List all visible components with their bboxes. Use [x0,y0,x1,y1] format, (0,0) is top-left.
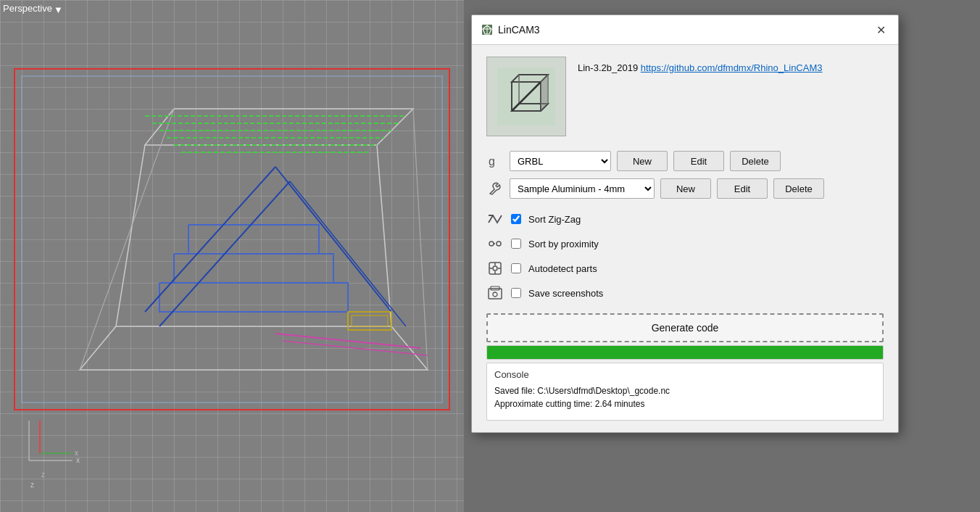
sort-zigzag-checkbox[interactable] [511,214,521,224]
autodetect-parts-checkbox[interactable] [511,263,521,273]
svg-point-47 [497,241,501,246]
lincam3-dialog: LinCAM3 ✕ [471,15,899,433]
svg-line-4 [116,145,145,326]
sort-proximity-label[interactable]: Sort by proximity [528,239,599,249]
svg-point-57 [493,292,497,297]
github-link[interactable]: https://github.com/dfmdmx/Rhino_LinCAM3 [641,62,823,73]
console-cutting-time: Approximate cutting time: 2.64 minutes [494,399,876,409]
svg-line-10 [275,167,391,312]
machine-new-button[interactable]: New [617,151,668,171]
dialog-body: Lin-3.2b_2019 https://github.com/dfmdmx/… [472,45,898,432]
autodetect-parts-row: Autodetect parts [486,260,884,277]
save-screenshots-checkbox[interactable] [511,288,521,298]
cad-viewport[interactable]: Perspective ▼ [0,0,464,512]
svg-point-50 [493,266,497,271]
checkboxes-section: Sort Zig-Zag Sort by proximity [486,210,884,302]
dialog-title-text: LinCAM3 [498,24,540,36]
sort-zigzag-label[interactable]: Sort Zig-Zag [528,214,581,225]
header-row: Lin-3.2b_2019 https://github.com/dfmdmx/… [486,57,884,136]
material-delete-button[interactable]: Delete [773,178,824,199]
svg-rect-21 [352,315,388,326]
save-screenshots-icon [486,284,504,302]
perspective-text: Perspective [3,3,52,14]
svg-marker-2 [80,326,428,370]
version-text: Lin-3.2b_2019 https://github.com/dfmdmx/… [578,62,822,73]
perspective-label[interactable]: Perspective ▼ [3,3,62,14]
machine-edit-button[interactable]: Edit [673,151,724,171]
save-screenshots-label[interactable]: Save screenshots [528,288,603,299]
material-new-button[interactable]: New [660,178,711,199]
logo-box [486,57,566,136]
machine-select[interactable]: GRBL [510,151,611,171]
close-button[interactable]: ✕ [872,21,889,38]
material-icon [486,180,504,197]
svg-marker-3 [145,109,413,145]
generate-code-button[interactable]: Generate code [486,313,884,342]
lincam3-icon [481,23,494,36]
dialog-title-area: LinCAM3 [481,23,540,36]
console-saved-file: Saved file: C:\Users\dfmd\Desktop\_gcode… [494,386,876,396]
svg-rect-1 [22,76,442,402]
material-config-row: Sample Aluminium - 4mm New Edit Delete [486,178,884,199]
svg-line-7 [413,109,428,370]
console-label: Console [494,369,876,380]
svg-text:x: x [76,456,80,464]
svg-rect-20 [348,312,391,330]
console-section: Console Saved file: C:\Users\dfmd\Deskto… [486,363,884,421]
sort-proximity-checkbox[interactable] [511,239,521,249]
progress-bar-container [486,345,884,360]
svg-text:z: z [41,471,45,479]
machine-config-row: g GRBL New Edit Delete [486,151,884,171]
machine-delete-button[interactable]: Delete [730,151,781,171]
svg-text:g: g [489,155,495,168]
cad-drawing: z x z x [0,0,464,512]
svg-text:x: x [75,449,78,457]
svg-line-8 [145,167,275,312]
version-link-area: Lin-3.2b_2019 https://github.com/dfmdmx/… [578,57,822,73]
sort-zigzag-icon [486,210,504,228]
autodetect-parts-icon [486,260,504,277]
logo-svg [497,67,555,125]
save-screenshots-row: Save screenshots [486,284,884,302]
svg-point-46 [489,241,494,246]
material-select[interactable]: Sample Aluminium - 4mm [510,178,655,199]
svg-line-6 [80,109,174,370]
progress-bar-fill [487,346,883,359]
sort-zigzag-row: Sort Zig-Zag [486,210,884,228]
machine-icon: g [486,152,504,170]
sort-proximity-row: Sort by proximity [486,235,884,252]
svg-line-45 [489,215,493,223]
autodetect-parts-label[interactable]: Autodetect parts [528,263,597,274]
perspective-dropdown-arrow[interactable]: ▼ [54,4,62,13]
sort-proximity-icon [486,235,504,252]
svg-text:z: z [30,481,34,489]
dialog-titlebar: LinCAM3 ✕ [472,15,898,45]
material-edit-button[interactable]: Edit [717,178,768,199]
